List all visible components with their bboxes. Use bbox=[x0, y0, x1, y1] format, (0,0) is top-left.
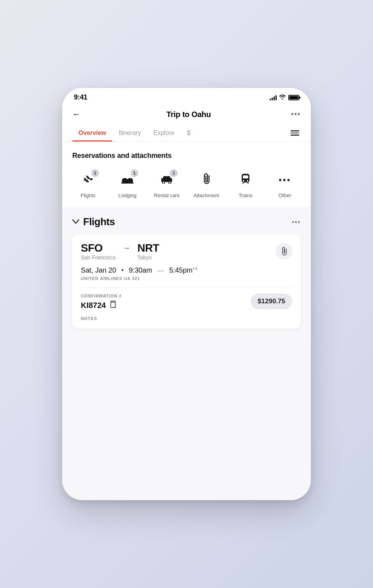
origin-code: SFO bbox=[81, 242, 115, 254]
notes-label: NOTES bbox=[81, 316, 292, 321]
tab-itinerary[interactable]: Itinerary bbox=[112, 125, 147, 141]
category-flights[interactable]: 1 Flights bbox=[75, 171, 102, 198]
signal-icon bbox=[270, 95, 277, 100]
flights-label: Flights bbox=[81, 192, 96, 198]
tab-dollar[interactable]: $ bbox=[181, 125, 197, 141]
main-content: Reservations and attachments 1 Flights bbox=[62, 142, 311, 500]
airline-label: UNITED AIRLINES UA 321 bbox=[81, 276, 292, 281]
page-title: Trip to Oahu bbox=[166, 110, 211, 119]
svg-point-6 bbox=[169, 181, 171, 184]
trains-label: Trains bbox=[239, 192, 253, 198]
flights-section: Flights ••• SFO San Francisco → NRT Toky… bbox=[62, 208, 311, 329]
back-button[interactable]: ← bbox=[72, 109, 86, 119]
other-icon: ••• bbox=[279, 175, 291, 185]
confirm-label: CONFIRMATION # bbox=[81, 294, 122, 298]
category-rental-cars[interactable]: 1 Rental cars bbox=[153, 171, 180, 198]
status-icons bbox=[270, 94, 299, 101]
flights-section-title: Flights bbox=[83, 216, 115, 228]
flights-badge: 1 bbox=[91, 169, 99, 177]
price-badge: $1290.75 bbox=[251, 294, 292, 309]
destination-code: NRT bbox=[137, 242, 159, 254]
confirmation-section: CONFIRMATION # KI8724 $1290.75 bbox=[81, 294, 292, 310]
battery-icon bbox=[288, 95, 299, 100]
flights-more-button[interactable]: ••• bbox=[292, 219, 301, 226]
rental-badge: 1 bbox=[170, 169, 178, 177]
rental-label: Rental cars bbox=[154, 192, 180, 198]
collapse-icon[interactable] bbox=[72, 218, 79, 226]
svg-point-5 bbox=[162, 181, 165, 184]
trains-icon bbox=[241, 173, 251, 187]
svg-line-11 bbox=[242, 182, 244, 184]
phone-frame: 9:41 ← Trip to Oahu ••• bbox=[62, 88, 311, 500]
categories-row: 1 Flights 1 Lodging bbox=[62, 166, 311, 208]
reservations-title: Reservations and attachments bbox=[72, 152, 172, 159]
more-options-button[interactable]: ••• bbox=[291, 110, 301, 119]
category-attachment[interactable]: Attachment bbox=[193, 171, 220, 198]
tab-overview[interactable]: Overview bbox=[72, 125, 112, 141]
status-time: 9:41 bbox=[74, 93, 87, 102]
category-lodging[interactable]: 1 Lodging bbox=[114, 171, 141, 198]
copy-button[interactable] bbox=[109, 301, 116, 310]
route-row: SFO San Francisco → NRT Tokyo bbox=[81, 242, 292, 261]
svg-point-9 bbox=[243, 180, 244, 182]
other-label: Other bbox=[279, 192, 291, 198]
flight-card: SFO San Francisco → NRT Tokyo bbox=[72, 234, 301, 329]
tab-bar: Overview Itinerary Explore $ bbox=[62, 125, 311, 142]
route-arrow-icon: → bbox=[122, 243, 130, 259]
attachment-icon bbox=[201, 173, 211, 187]
confirm-number: KI8724 bbox=[81, 301, 106, 310]
tab-explore[interactable]: Explore bbox=[147, 125, 181, 141]
status-bar: 9:41 bbox=[62, 88, 311, 105]
lodging-label: Lodging bbox=[119, 192, 136, 198]
svg-rect-3 bbox=[121, 182, 134, 184]
flight-time: Sat, Jan 20 • 9:30am — 5:45pm+1 bbox=[81, 266, 197, 274]
category-other[interactable]: ••• Other bbox=[271, 171, 298, 198]
svg-rect-8 bbox=[243, 175, 248, 178]
category-trains[interactable]: Trains bbox=[232, 171, 259, 198]
lodging-badge: 1 bbox=[131, 169, 138, 177]
origin-city: San Francisco bbox=[81, 254, 115, 261]
attachment-label: Attachment bbox=[193, 192, 219, 198]
wifi-icon bbox=[279, 94, 286, 101]
reservations-header: Reservations and attachments bbox=[62, 142, 311, 166]
destination-city: Tokyo bbox=[137, 254, 159, 261]
confirm-number-row: KI8724 bbox=[81, 301, 122, 310]
tab-menu-button[interactable] bbox=[289, 127, 301, 139]
svg-rect-1 bbox=[123, 178, 127, 181]
card-divider bbox=[81, 287, 292, 287]
svg-line-12 bbox=[247, 182, 249, 184]
svg-rect-13 bbox=[111, 302, 115, 308]
header: ← Trip to Oahu ••• bbox=[62, 105, 311, 125]
svg-point-10 bbox=[247, 180, 248, 182]
flight-attachment-button[interactable] bbox=[276, 243, 292, 259]
svg-rect-2 bbox=[128, 178, 132, 181]
flights-header: Flights ••• bbox=[72, 216, 301, 228]
